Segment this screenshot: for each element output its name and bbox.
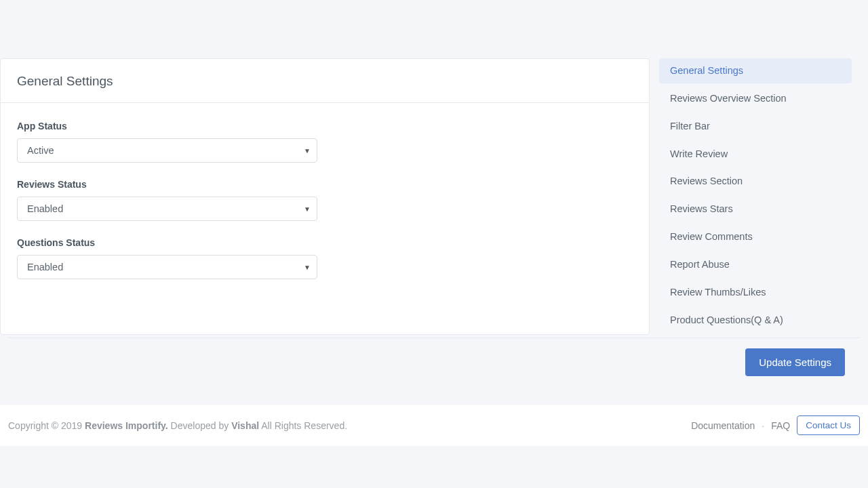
sidebar-item-write-review[interactable]: Write Review xyxy=(659,142,852,167)
sidebar-item-product-questions[interactable]: Product Questions(Q & A) xyxy=(659,308,852,333)
sidebar-item-report-abuse[interactable]: Report Abuse xyxy=(659,252,852,277)
questions-status-value: Enabled xyxy=(27,262,63,272)
section-divider xyxy=(8,338,860,338)
footer-link-documentation[interactable]: Documentation xyxy=(691,420,755,431)
questions-status-label: Questions Status xyxy=(17,237,317,248)
footer-brand: Reviews Importify. xyxy=(85,420,168,431)
sidebar-item-reviews-section[interactable]: Reviews Section xyxy=(659,169,852,194)
sidebar-item-reviews-overview[interactable]: Reviews Overview Section xyxy=(659,86,852,111)
reviews-status-select[interactable]: Enabled xyxy=(17,197,317,221)
settings-sidebar: General Settings Reviews Overview Sectio… xyxy=(659,58,860,335)
app-status-select[interactable]: Active xyxy=(17,138,317,163)
footer-dev-name: Vishal xyxy=(231,420,259,431)
sidebar-item-review-comments[interactable]: Review Comments xyxy=(659,224,852,249)
app-status-group: App Status Active ▼ xyxy=(17,121,317,163)
copyright-prefix: Copyright © 2019 xyxy=(8,420,85,431)
footer-separator: · xyxy=(762,420,764,431)
reviews-status-label: Reviews Status xyxy=(17,179,317,190)
questions-status-group: Questions Status Enabled ▼ xyxy=(17,237,317,279)
dev-suffix: All Rights Reserved. xyxy=(259,420,347,431)
reviews-status-group: Reviews Status Enabled ▼ xyxy=(17,179,317,221)
card-body: App Status Active ▼ Reviews Status Enabl… xyxy=(1,103,649,302)
card-header: General Settings xyxy=(1,59,649,103)
update-settings-button[interactable]: Update Settings xyxy=(745,348,845,376)
questions-status-select[interactable]: Enabled xyxy=(17,255,317,279)
sidebar-item-general-settings[interactable]: General Settings xyxy=(659,58,852,83)
reviews-status-value: Enabled xyxy=(27,203,63,214)
sidebar-item-review-thumbs[interactable]: Review Thumbs/Likes xyxy=(659,280,852,305)
sidebar-item-filter-bar[interactable]: Filter Bar xyxy=(659,114,852,139)
contact-us-button[interactable]: Contact Us xyxy=(797,415,860,435)
dev-prefix: Developed by xyxy=(168,420,231,431)
app-status-label: App Status xyxy=(17,121,317,131)
general-settings-card: General Settings App Status Active ▼ Rev… xyxy=(0,58,650,335)
footer: Copyright © 2019 Reviews Importify. Deve… xyxy=(0,404,868,446)
footer-copyright: Copyright © 2019 Reviews Importify. Deve… xyxy=(8,420,347,431)
app-status-value: Active xyxy=(27,145,54,156)
footer-link-faq[interactable]: FAQ xyxy=(771,420,790,431)
sidebar-item-reviews-stars[interactable]: Reviews Stars xyxy=(659,197,852,222)
card-title: General Settings xyxy=(17,74,633,89)
